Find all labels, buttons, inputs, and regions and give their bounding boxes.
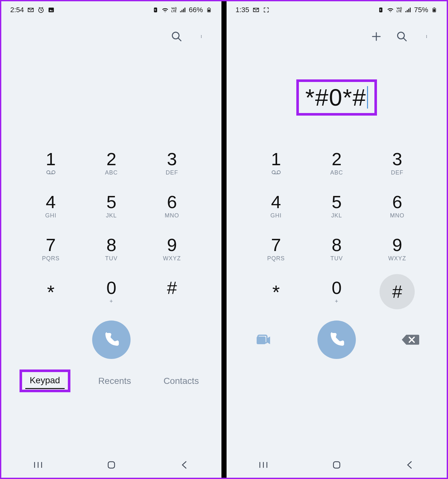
image-icon bbox=[48, 6, 55, 13]
backspace-button[interactable] bbox=[401, 333, 420, 347]
key-5[interactable]: 5JKL bbox=[81, 188, 141, 223]
signal-icon bbox=[179, 6, 186, 13]
clock: 2:54 bbox=[10, 6, 24, 14]
key-0[interactable]: 0+ bbox=[81, 274, 141, 309]
key-1[interactable]: 1 bbox=[20, 145, 81, 181]
key-0[interactable]: 0+ bbox=[306, 274, 367, 309]
keypad: 1 2ABC 3DEF 4GHI 5JKL 6MNO 7PQRS 8TUV 9W… bbox=[227, 145, 447, 309]
dial-display-area: *#0*# bbox=[227, 49, 447, 145]
svg-point-25 bbox=[272, 171, 275, 174]
signal-icon bbox=[404, 6, 412, 13]
tab-recents[interactable]: Recents bbox=[94, 373, 136, 389]
search-icon[interactable] bbox=[396, 30, 408, 43]
nav-back-icon[interactable] bbox=[400, 459, 420, 471]
alarm-icon bbox=[37, 6, 44, 13]
key-3[interactable]: 3DEF bbox=[142, 145, 202, 181]
key-5[interactable]: 5JKL bbox=[306, 188, 367, 223]
dial-display-area bbox=[1, 49, 221, 145]
key-1[interactable]: 1 bbox=[246, 145, 306, 181]
key-6[interactable]: 6MNO bbox=[142, 188, 202, 223]
volte-icon: Vo))LTE bbox=[171, 7, 177, 13]
key-2[interactable]: 2ABC bbox=[81, 145, 141, 181]
keypad: 1 2ABC 3DEF 4GHI 5JKL 6MNO 7PQRS 8TUV 9W… bbox=[1, 145, 221, 309]
key-8[interactable]: 8TUV bbox=[81, 231, 141, 266]
nav-recents-icon[interactable] bbox=[254, 459, 273, 471]
battery-saver-icon bbox=[152, 6, 159, 13]
screenshot-divider bbox=[221, 1, 227, 478]
nav-home-icon[interactable] bbox=[327, 459, 346, 471]
top-action-bar bbox=[1, 17, 221, 49]
top-action-bar bbox=[227, 17, 447, 49]
svg-point-23 bbox=[426, 36, 427, 37]
fullscreen-icon bbox=[263, 6, 270, 13]
key-7[interactable]: 7PQRS bbox=[246, 231, 306, 266]
svg-rect-5 bbox=[208, 10, 210, 12]
video-call-button[interactable] bbox=[253, 330, 273, 349]
key-9[interactable]: 9WXYZ bbox=[142, 231, 202, 266]
more-icon[interactable] bbox=[421, 30, 434, 43]
tab-contacts[interactable]: Contacts bbox=[159, 373, 204, 389]
svg-point-10 bbox=[47, 171, 50, 174]
key-4[interactable]: 4GHI bbox=[246, 188, 306, 223]
navigation-bar bbox=[1, 452, 221, 478]
key-6[interactable]: 6MNO bbox=[367, 188, 428, 223]
key-4[interactable]: 4GHI bbox=[20, 188, 81, 223]
highlight-dial-code: *#0*# bbox=[296, 79, 377, 116]
key-8[interactable]: 8TUV bbox=[306, 231, 367, 266]
tab-keypad[interactable]: Keypad bbox=[25, 373, 65, 389]
voicemail-icon bbox=[271, 169, 281, 176]
battery-percent: 75% bbox=[414, 6, 428, 14]
key-hash[interactable]: # bbox=[142, 274, 202, 309]
svg-rect-19 bbox=[434, 8, 435, 8]
svg-rect-33 bbox=[333, 462, 340, 468]
key-7[interactable]: 7PQRS bbox=[20, 231, 81, 266]
status-bar: 2:54 Vo))LTE 66% bbox=[1, 1, 221, 17]
key-hash[interactable]: # bbox=[380, 274, 415, 309]
svg-point-9 bbox=[201, 37, 202, 38]
wifi-icon bbox=[162, 6, 169, 13]
nav-back-icon[interactable] bbox=[175, 459, 194, 471]
svg-point-11 bbox=[52, 171, 55, 174]
svg-point-26 bbox=[277, 171, 280, 174]
key-star[interactable]: * bbox=[20, 274, 81, 309]
voicemail-icon bbox=[46, 169, 56, 176]
wifi-icon bbox=[387, 6, 394, 13]
key-2[interactable]: 2ABC bbox=[306, 145, 367, 181]
battery-percent: 66% bbox=[189, 6, 203, 14]
gmail-icon bbox=[27, 6, 34, 13]
call-button[interactable] bbox=[92, 321, 131, 359]
svg-rect-20 bbox=[433, 9, 436, 12]
phone-left: 2:54 Vo))LTE 66% bbox=[1, 1, 221, 478]
battery-icon bbox=[431, 6, 438, 13]
svg-point-7 bbox=[201, 35, 202, 36]
svg-point-22 bbox=[426, 35, 427, 36]
call-action-row bbox=[227, 319, 447, 361]
more-icon[interactable] bbox=[196, 30, 209, 43]
text-cursor bbox=[367, 86, 368, 109]
key-star[interactable]: * bbox=[246, 274, 306, 309]
key-9[interactable]: 9WXYZ bbox=[367, 231, 428, 266]
key-3[interactable]: 3DEF bbox=[367, 145, 428, 181]
gmail-icon bbox=[252, 6, 260, 13]
highlight-keypad-tab: Keypad bbox=[20, 369, 70, 392]
clock: 1:35 bbox=[236, 6, 249, 14]
svg-point-8 bbox=[201, 36, 202, 37]
call-button[interactable] bbox=[317, 321, 356, 359]
volte-icon: Vo))LTE bbox=[396, 7, 402, 13]
nav-home-icon[interactable] bbox=[102, 459, 121, 471]
navigation-bar bbox=[227, 452, 447, 478]
svg-rect-4 bbox=[208, 8, 210, 8]
call-action-row bbox=[1, 319, 221, 361]
phone-right: 1:35 Vo))LTE 75% bbox=[227, 1, 447, 478]
dial-display: *#0*# bbox=[305, 84, 366, 111]
battery-icon bbox=[205, 6, 212, 13]
status-bar: 1:35 Vo))LTE 75% bbox=[227, 1, 447, 17]
battery-saver-icon bbox=[377, 6, 384, 13]
add-contact-icon[interactable] bbox=[370, 30, 383, 43]
svg-rect-16 bbox=[108, 462, 115, 468]
search-icon[interactable] bbox=[170, 30, 183, 43]
bottom-tabs: Keypad Recents Contacts bbox=[1, 368, 221, 396]
svg-rect-1 bbox=[49, 8, 54, 12]
nav-recents-icon[interactable] bbox=[28, 459, 48, 471]
svg-point-24 bbox=[426, 37, 427, 38]
